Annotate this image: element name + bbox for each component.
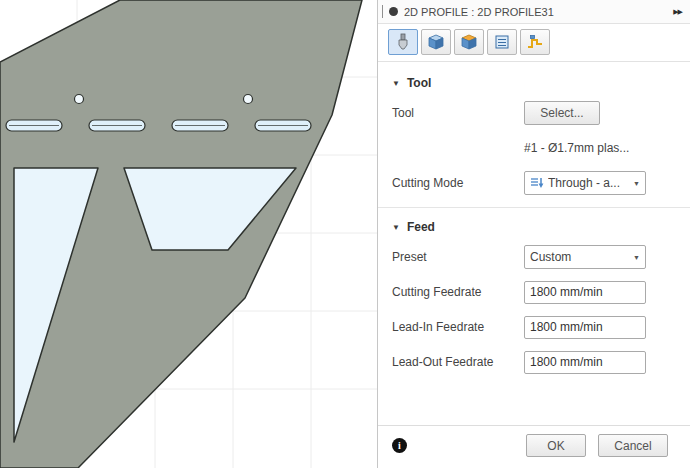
cutting-mode-select[interactable]: Through - a... ▼ xyxy=(524,171,646,195)
dropdown-arrow-icon: ▼ xyxy=(633,180,640,187)
operation-dialog: 2D PROFILE : 2D PROFILE31 ▶▶ xyxy=(377,0,690,468)
preset-row: Preset Custom ▼ xyxy=(392,245,676,269)
tab-passes[interactable] xyxy=(487,29,517,55)
cutting-mode-value: Through - a... xyxy=(548,176,629,190)
cutting-feedrate-input[interactable] xyxy=(524,281,646,304)
operation-icon xyxy=(389,7,398,16)
tool-info-row: #1 - Ø1.7mm plas... xyxy=(392,136,676,160)
tool-row: Tool Select... xyxy=(392,101,676,125)
linking-tab-icon xyxy=(526,33,544,51)
cam-application-window: 2D PROFILE : 2D PROFILE31 ▶▶ xyxy=(0,0,690,468)
tool-select-button[interactable]: Select... xyxy=(524,101,600,125)
model-viewport[interactable] xyxy=(0,0,377,468)
preset-value: Custom xyxy=(530,250,629,264)
viewport-canvas[interactable] xyxy=(0,0,377,468)
section-title: Feed xyxy=(407,220,435,234)
ok-button[interactable]: OK xyxy=(526,434,586,457)
tab-geometry[interactable] xyxy=(421,29,451,55)
hole[interactable] xyxy=(244,95,253,104)
collapse-panel-icon[interactable]: ▶▶ xyxy=(673,8,682,16)
dialog-content: ▼ Tool Tool Select... #1 - Ø1.7mm plas..… xyxy=(378,62,690,425)
tab-tool[interactable] xyxy=(388,29,418,55)
geometry-tab-icon xyxy=(427,33,445,51)
lead-out-feedrate-row: Lead-Out Feedrate xyxy=(392,350,676,374)
cutting-feedrate-row: Cutting Feedrate xyxy=(392,280,676,304)
drag-grip-icon[interactable] xyxy=(382,5,383,18)
tool-tab-icon xyxy=(394,33,412,51)
tab-bar xyxy=(378,24,690,62)
tool-label: Tool xyxy=(392,106,524,120)
dialog-footer: i OK Cancel xyxy=(378,425,690,468)
cancel-button[interactable]: Cancel xyxy=(598,434,668,457)
dialog-title: 2D PROFILE : 2D PROFILE31 xyxy=(404,6,667,18)
tool-description: #1 - Ø1.7mm plas... xyxy=(524,141,629,155)
cutting-mode-row: Cutting Mode Through - a... ▼ xyxy=(392,171,676,195)
cutting-mode-label: Cutting Mode xyxy=(392,176,524,190)
cutting-feedrate-label: Cutting Feedrate xyxy=(392,285,524,299)
section-collapse-icon: ▼ xyxy=(392,223,400,232)
through-cut-icon xyxy=(530,176,544,190)
lead-in-feedrate-row: Lead-In Feedrate xyxy=(392,315,676,339)
section-title: Tool xyxy=(407,76,431,90)
tab-linking[interactable] xyxy=(520,29,550,55)
section-divider xyxy=(378,207,690,208)
dropdown-arrow-icon: ▼ xyxy=(633,254,640,261)
heights-tab-icon xyxy=(460,33,478,51)
section-collapse-icon: ▼ xyxy=(392,79,400,88)
tab-heights[interactable] xyxy=(454,29,484,55)
dialog-header: 2D PROFILE : 2D PROFILE31 ▶▶ xyxy=(378,0,690,24)
lead-in-feedrate-input[interactable] xyxy=(524,316,646,339)
passes-tab-icon xyxy=(493,33,511,51)
section-header-tool[interactable]: ▼ Tool xyxy=(392,76,676,90)
lead-out-feedrate-label: Lead-Out Feedrate xyxy=(392,355,524,369)
hole[interactable] xyxy=(75,95,84,104)
preset-label: Preset xyxy=(392,250,524,264)
preset-select[interactable]: Custom ▼ xyxy=(524,245,646,269)
info-icon[interactable]: i xyxy=(392,438,407,453)
lead-in-feedrate-label: Lead-In Feedrate xyxy=(392,320,524,334)
lead-out-feedrate-input[interactable] xyxy=(524,351,646,374)
section-header-feed[interactable]: ▼ Feed xyxy=(392,220,676,234)
